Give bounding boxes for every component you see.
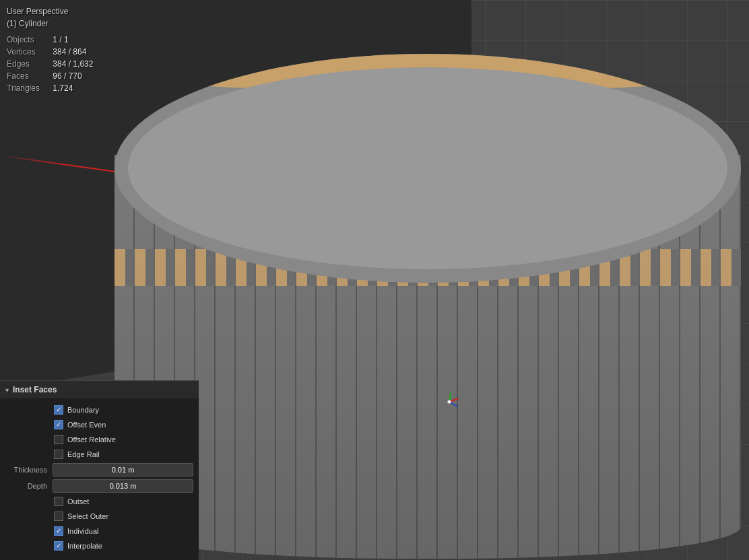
outset-checkbox[interactable] (54, 497, 63, 506)
offset-even-checkbox[interactable] (54, 420, 63, 429)
boundary-checkbox[interactable] (54, 405, 63, 415)
individual-label: Individual (67, 527, 98, 535)
select-outer-checkbox[interactable] (54, 512, 63, 521)
boundary-label: Boundary (67, 406, 99, 414)
thickness-field[interactable]: 0.01 m (53, 463, 193, 477)
objects-label: Objects (7, 34, 51, 46)
panel-body: Boundary Offset Even Offset Relative Edg… (0, 398, 199, 560)
cylinder-top (115, 54, 741, 283)
depth-label: Depth (5, 482, 53, 490)
select-outer-row: Select Outer (0, 509, 199, 524)
viewport-gizmo (439, 392, 459, 412)
edges-label: Edges (7, 58, 51, 70)
vertices-value: 384 / 864 (53, 47, 86, 57)
individual-row: Individual (0, 524, 199, 538)
viewport-info: User Perspective (1) Cylinder Objects 1 … (7, 5, 93, 94)
panel-title: Inset Faces (13, 385, 57, 394)
inset-faces-panel: ▾ Inset Faces Boundary Offset Even Offse… (0, 380, 199, 560)
outset-row: Outset (0, 494, 199, 509)
outset-label: Outset (67, 497, 89, 505)
depth-row: Depth 0.013 m (0, 478, 199, 494)
triangles-value: 1,724 (53, 83, 73, 93)
offset-relative-checkbox[interactable] (54, 435, 63, 444)
panel-header[interactable]: ▾ Inset Faces (0, 381, 199, 398)
offset-even-row: Offset Even (0, 417, 199, 432)
object-name: (1) Cylinder (7, 18, 93, 30)
depth-field[interactable]: 0.013 m (53, 479, 193, 493)
individual-checkbox[interactable] (54, 526, 63, 536)
panel-collapse-arrow: ▾ (5, 386, 9, 394)
select-outer-label: Select Outer (67, 512, 108, 520)
edge-rail-checkbox[interactable] (54, 450, 63, 459)
interpolate-checkbox[interactable] (54, 541, 63, 551)
interpolate-row: Interpolate (0, 538, 199, 553)
cylinder-top-inner (128, 67, 727, 269)
objects-value: 1 / 1 (53, 35, 68, 44)
edge-rail-row: Edge Rail (0, 447, 199, 462)
interpolate-label: Interpolate (67, 542, 102, 550)
faces-label: Faces (7, 70, 51, 82)
perspective-label: User Perspective (7, 5, 93, 18)
gizmo-center (447, 400, 451, 404)
triangles-label: Triangles (7, 82, 51, 94)
cylinder-object (115, 40, 748, 559)
offset-even-label: Offset Even (67, 421, 106, 429)
edges-value: 384 / 1,632 (53, 59, 93, 69)
edge-rail-label: Edge Rail (67, 450, 100, 458)
offset-relative-row: Offset Relative (0, 432, 199, 447)
thickness-label: Thickness (5, 466, 53, 474)
vertices-label: Vertices (7, 46, 51, 58)
offset-relative-label: Offset Relative (67, 435, 116, 444)
boundary-row: Boundary (0, 403, 199, 417)
faces-value: 96 / 770 (53, 71, 82, 81)
thickness-row: Thickness 0.01 m (0, 462, 199, 478)
